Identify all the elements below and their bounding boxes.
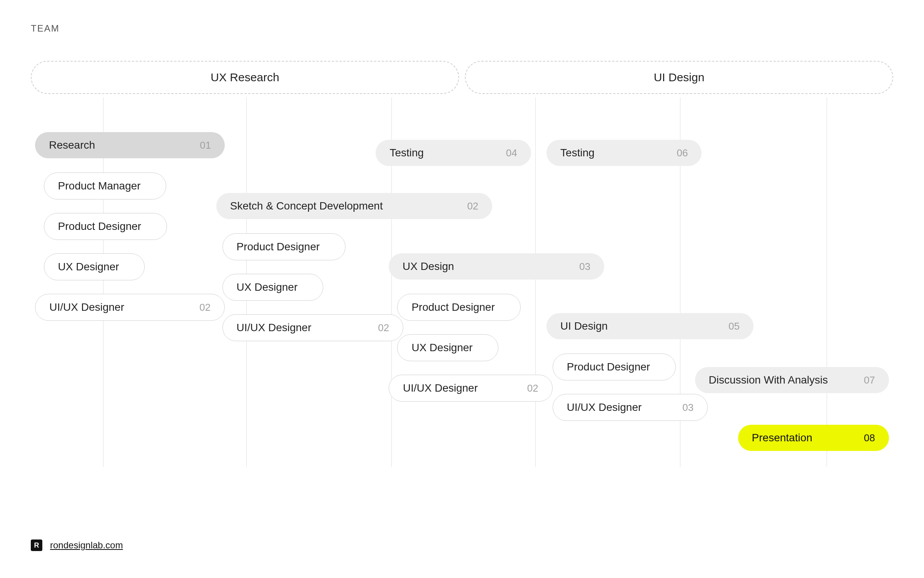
role-uiux-designer-1: UI/UX Designer 02	[35, 294, 225, 321]
role-product-manager: Product Manager	[44, 173, 167, 199]
role-ux-designer-3: UX Designer	[397, 334, 498, 361]
phase-presentation: Presentation 08	[738, 425, 889, 451]
role-uiux4-label: UI/UX Designer	[567, 401, 642, 414]
section-headers: UX Research UI Design	[31, 61, 893, 94]
role-pd2-label: Product Designer	[237, 241, 320, 253]
phase-research-label: Research	[49, 139, 95, 151]
phase-sketch-concept: Sketch & Concept Development 02	[216, 193, 492, 219]
role-product-designer-3: Product Designer	[397, 294, 520, 321]
role-pm-label: Product Manager	[58, 180, 141, 192]
phase-discussion-label: Discussion With Analysis	[709, 374, 828, 386]
logo-icon: R	[31, 539, 42, 551]
phase-sketch-label: Sketch & Concept Development	[230, 200, 383, 212]
role-product-designer-4: Product Designer	[553, 354, 676, 380]
section-ui-design: UI Design	[465, 61, 893, 94]
role-ux-designer-1: UX Designer	[44, 253, 145, 280]
phase-uxdesign-label: UX Design	[403, 260, 454, 273]
role-uxd3-label: UX Designer	[411, 342, 473, 354]
role-uiux1-label: UI/UX Designer	[49, 301, 124, 313]
pills-layer: Research 01 Product Manager Product Desi…	[31, 97, 893, 467]
phase-testing2-num: 06	[677, 147, 688, 159]
role-uiux4-num: 03	[682, 402, 693, 414]
phase-testing1-num: 04	[506, 147, 517, 159]
phase-testing-1: Testing 04	[376, 140, 531, 166]
role-product-designer-2: Product Designer	[222, 233, 346, 260]
role-uiux-designer-4: UI/UX Designer 03	[553, 394, 708, 421]
role-uiux2-label: UI/UX Designer	[237, 322, 312, 334]
phase-testing2-label: Testing	[560, 147, 595, 159]
role-pd4-label: Product Designer	[567, 361, 650, 373]
phase-presentation-label: Presentation	[752, 432, 812, 444]
role-pd3-label: Product Designer	[411, 301, 495, 313]
phase-research-num: 01	[200, 139, 211, 151]
phase-research: Research 01	[35, 132, 225, 158]
role-uiux3-label: UI/UX Designer	[403, 382, 478, 394]
phase-ui-design: UI Design 05	[546, 313, 754, 339]
timeline-area: UX Research UI Design Research 01 Produc…	[31, 61, 893, 465]
phase-uxdesign-num: 03	[579, 261, 590, 273]
phase-testing1-label: Testing	[389, 147, 424, 159]
phase-uidesign-label: UI Design	[560, 320, 608, 332]
phase-sketch-num: 02	[467, 200, 478, 212]
role-uiux-designer-2: UI/UX Designer 02	[222, 314, 404, 341]
section-ux-research: UX Research	[31, 61, 459, 94]
role-pd1-label: Product Designer	[58, 220, 141, 233]
role-uiux3-num: 02	[527, 382, 538, 394]
phase-discussion-num: 07	[864, 374, 875, 386]
footer: R rondesignlab.com	[31, 539, 123, 551]
role-product-designer-1: Product Designer	[44, 213, 167, 240]
role-ux-designer-2: UX Designer	[222, 274, 324, 301]
role-uxd1-label: UX Designer	[58, 261, 119, 273]
footer-link[interactable]: rondesignlab.com	[50, 540, 123, 551]
phase-presentation-num: 08	[864, 432, 875, 444]
role-uxd2-label: UX Designer	[237, 281, 298, 293]
role-uiux1-num: 02	[199, 302, 211, 313]
phase-discussion-analysis: Discussion With Analysis 07	[695, 367, 889, 393]
phase-testing-2: Testing 06	[546, 140, 702, 166]
phase-ux-design: UX Design 03	[389, 253, 604, 280]
phase-uidesign-num: 05	[729, 320, 740, 332]
role-uiux2-num: 02	[378, 322, 389, 334]
role-uiux-designer-3: UI/UX Designer 02	[389, 375, 553, 402]
page-title: TEAM	[31, 23, 893, 34]
